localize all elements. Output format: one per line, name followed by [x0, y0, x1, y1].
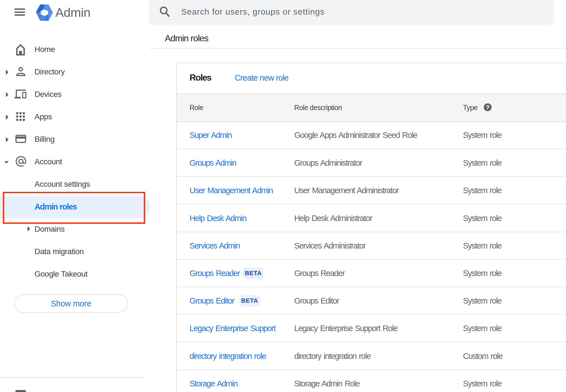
- svg-text:?: ?: [486, 104, 489, 111]
